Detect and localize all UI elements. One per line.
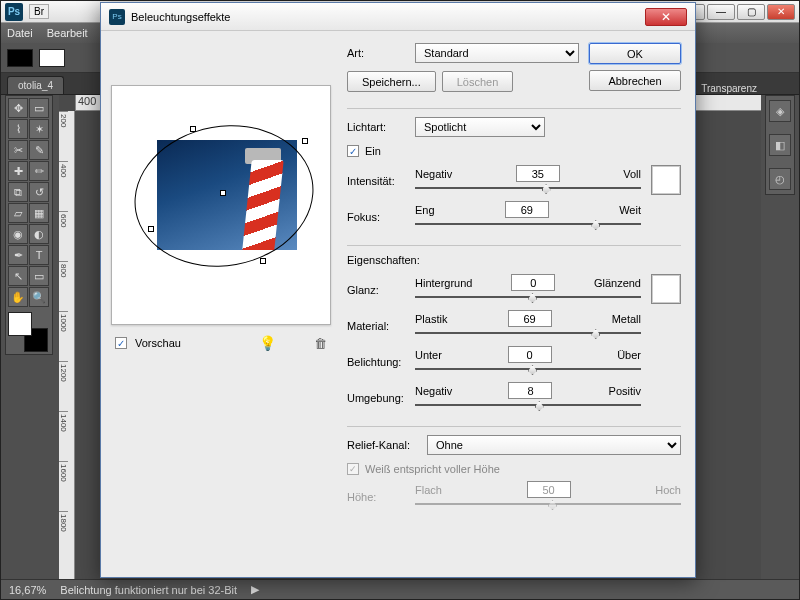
ambience-value[interactable]	[508, 382, 552, 399]
bridge-button[interactable]: Br	[29, 4, 49, 19]
dialog-titlebar[interactable]: Ps Beleuchtungseffekte ✕	[101, 3, 695, 31]
gloss-slider[interactable]	[415, 292, 641, 306]
marquee-tool-icon[interactable]: ▭	[29, 98, 49, 118]
panel-tab-transparency[interactable]: Transparenz	[701, 83, 757, 94]
preview-checkbox[interactable]: ✓	[115, 337, 127, 349]
brush-tool-icon[interactable]: ✏	[29, 161, 49, 181]
white-high-label: Weiß entspricht voller Höhe	[365, 463, 500, 475]
color-swatches[interactable]	[8, 312, 48, 352]
layers-panel-icon[interactable]: ◈	[769, 100, 791, 122]
save-button[interactable]: Speichern...	[347, 71, 436, 92]
exposure-value[interactable]	[508, 346, 552, 363]
document-tab[interactable]: otolia_4	[7, 76, 64, 94]
intensity-slider[interactable]	[415, 183, 641, 197]
eyedropper-tool-icon[interactable]: ✎	[29, 140, 49, 160]
dialog-app-icon: Ps	[109, 9, 125, 25]
right-panel-dock: ◈ ◧ ◴	[765, 95, 795, 195]
trash-icon[interactable]: 🗑	[314, 336, 327, 351]
light-color-swatch[interactable]	[651, 165, 681, 195]
light-type-label: Lichtart:	[347, 121, 409, 133]
texture-channel-label: Relief-Kanal:	[347, 439, 421, 451]
history-tool-icon[interactable]: ↺	[29, 182, 49, 202]
dodge-tool-icon[interactable]: ◐	[29, 224, 49, 244]
shape-tool-icon[interactable]: ▭	[29, 266, 49, 286]
gloss-value[interactable]	[511, 274, 555, 291]
type-tool-icon[interactable]: T	[29, 245, 49, 265]
delete-button: Löschen	[442, 71, 514, 92]
light-handle-e[interactable]	[302, 138, 308, 144]
preview-label: Vorschau	[135, 337, 181, 349]
light-ellipse-handle[interactable]	[123, 111, 325, 280]
fg-color-icon[interactable]	[8, 312, 32, 336]
status-arrow-icon[interactable]: ▶	[251, 583, 259, 596]
properties-heading: Eigenschaften:	[347, 254, 681, 266]
light-handle-n[interactable]	[190, 126, 196, 132]
wand-tool-icon[interactable]: ✶	[29, 119, 49, 139]
lightbulb-icon[interactable]: 💡	[259, 335, 276, 351]
statusbar: 16,67% Belichtung funktioniert nur bei 3…	[1, 579, 799, 599]
texture-channel-select[interactable]: Ohne	[427, 435, 681, 455]
paths-panel-icon[interactable]: ◴	[769, 168, 791, 190]
dialog-title: Beleuchtungseffekte	[131, 11, 230, 23]
intensity-label: Intensität:	[347, 175, 415, 187]
focus-slider[interactable]	[415, 219, 641, 233]
light-handle-w[interactable]	[148, 226, 154, 232]
intensity-value[interactable]	[516, 165, 560, 182]
stamp-tool-icon[interactable]: ⧉	[8, 182, 28, 202]
cancel-button[interactable]: Abbrechen	[589, 70, 681, 91]
crop-tool-icon[interactable]: ✂	[8, 140, 28, 160]
height-value	[527, 481, 571, 498]
lasso-tool-icon[interactable]: ⌇	[8, 119, 28, 139]
focus-value[interactable]	[505, 201, 549, 218]
ok-button[interactable]: OK	[589, 43, 681, 64]
foreground-swatch[interactable]	[7, 49, 33, 67]
on-label: Ein	[365, 145, 381, 157]
focus-label: Fokus:	[347, 211, 415, 223]
move-tool-icon[interactable]: ✥	[8, 98, 28, 118]
maximize-button[interactable]: ▢	[737, 4, 765, 20]
toolbox: ✥ ▭ ⌇ ✶ ✂ ✎ ✚ ✏ ⧉ ↺ ▱ ▦ ◉ ◐ ✒ T ↖ ▭ ✋ 🔍	[5, 95, 53, 355]
pen-tool-icon[interactable]: ✒	[8, 245, 28, 265]
style-label: Art:	[347, 47, 409, 59]
ambience-color-swatch[interactable]	[651, 274, 681, 304]
height-label: Höhe:	[347, 491, 415, 503]
lighting-effects-dialog: Ps Beleuchtungseffekte ✕ ✓ Vorschau 💡	[100, 2, 696, 578]
material-value[interactable]	[508, 310, 552, 327]
light-type-select[interactable]: Spotlicht	[415, 117, 545, 137]
hand-tool-icon[interactable]: ✋	[8, 287, 28, 307]
minimize-button[interactable]: —	[707, 4, 735, 20]
exposure-label: Belichtung:	[347, 356, 415, 368]
gradient-tool-icon[interactable]: ▦	[29, 203, 49, 223]
style-select[interactable]: Standard	[415, 43, 579, 63]
material-label: Material:	[347, 320, 415, 332]
material-slider[interactable]	[415, 328, 641, 342]
menu-edit[interactable]: Bearbeit	[47, 27, 88, 39]
zoom-level[interactable]: 16,67%	[9, 584, 46, 596]
on-checkbox[interactable]: ✓	[347, 145, 359, 157]
path-tool-icon[interactable]: ↖	[8, 266, 28, 286]
ambience-label: Umgebung:	[347, 392, 415, 404]
preview-canvas[interactable]	[111, 85, 331, 325]
dialog-close-button[interactable]: ✕	[645, 8, 687, 26]
exposure-slider[interactable]	[415, 364, 641, 378]
heal-tool-icon[interactable]: ✚	[8, 161, 28, 181]
ruler-vertical: 20040060080010001200140016001800	[59, 111, 75, 579]
eraser-tool-icon[interactable]: ▱	[8, 203, 28, 223]
photoshop-logo-icon: Ps	[5, 3, 23, 21]
menu-file[interactable]: Datei	[7, 27, 33, 39]
white-high-checkbox: ✓	[347, 463, 359, 475]
zoom-tool-icon[interactable]: 🔍	[29, 287, 49, 307]
close-button[interactable]: ✕	[767, 4, 795, 20]
light-handle-s[interactable]	[260, 258, 266, 264]
blur-tool-icon[interactable]: ◉	[8, 224, 28, 244]
height-slider	[415, 499, 681, 513]
background-swatch[interactable]	[39, 49, 65, 67]
ambience-slider[interactable]	[415, 400, 641, 414]
light-center-handle[interactable]	[220, 190, 226, 196]
status-text: Belichtung funktioniert nur bei 32-Bit	[60, 584, 237, 596]
channels-panel-icon[interactable]: ◧	[769, 134, 791, 156]
gloss-label: Glanz:	[347, 284, 415, 296]
